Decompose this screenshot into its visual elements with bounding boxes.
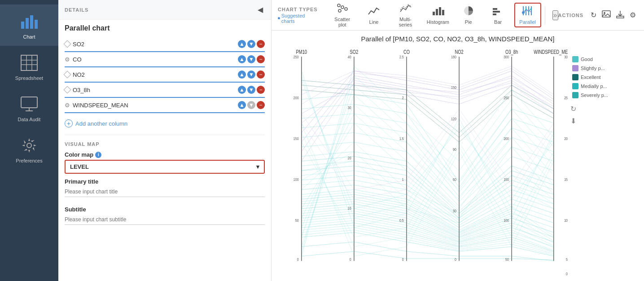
diamond-icon-so2 — [64, 40, 71, 48]
column-item-so2: SO2 ▲ ▼ − — [65, 37, 265, 52]
col-left-o3: O3_8h — [65, 87, 90, 93]
download-image-button[interactable] — [600, 9, 613, 22]
svg-text:200: 200 — [504, 136, 509, 141]
color-map-select[interactable]: LEVEL ▾ — [65, 160, 265, 174]
color-map-value: LEVEL — [70, 163, 89, 170]
col-up-co[interactable]: ▲ — [238, 55, 246, 63]
download-button[interactable] — [614, 9, 626, 22]
col-name-o3: O3_8h — [73, 87, 90, 93]
svg-point-16 — [337, 4, 340, 7]
svg-point-12 — [27, 143, 31, 148]
svg-text:25: 25 — [564, 95, 568, 100]
col-down-so2[interactable]: ▼ — [247, 40, 255, 48]
sidebar-item-spreadsheet[interactable]: Spreadsheet — [0, 46, 58, 87]
col-remove-no2[interactable]: − — [257, 70, 265, 79]
chart-types-label: CHART TYPES — [278, 7, 318, 12]
svg-text:WINDSPEED_MEAN: WINDSPEED_MEAN — [534, 48, 568, 55]
col-up-o3[interactable]: ▲ — [238, 86, 246, 94]
svg-rect-0 — [21, 22, 24, 29]
primary-title-input[interactable] — [65, 187, 265, 197]
primary-title-label: Primary title — [65, 178, 265, 185]
details-panel: DETAILS ◀ Parallel chart SO2 ▲ ▼ − ⚙ CO … — [58, 0, 272, 281]
line-label: Line — [369, 19, 379, 25]
col-up-so2[interactable]: ▲ — [238, 40, 246, 48]
sidebar-item-data-audit[interactable]: Data Audit — [0, 87, 58, 128]
col-actions-o3: ▲ ▼ − — [238, 86, 265, 94]
col-down-windspeed[interactable]: ▼ — [247, 101, 255, 109]
svg-text:5: 5 — [566, 257, 568, 262]
col-actions-no2: ▲ ▼ − — [238, 70, 265, 79]
chart-type-line[interactable]: Line — [360, 4, 387, 26]
sidebar-item-label-spreadsheet: Spreadsheet — [15, 75, 43, 81]
subtitle-input[interactable] — [65, 215, 265, 225]
scatter-icon — [336, 3, 349, 16]
toolbar-separator — [545, 6, 545, 24]
parallel-icon — [521, 5, 534, 18]
col-down-co[interactable]: ▼ — [247, 55, 255, 63]
svg-rect-1 — [26, 18, 29, 29]
svg-text:250: 250 — [294, 54, 299, 59]
sidebar-item-chart[interactable]: Chart — [0, 4, 58, 46]
svg-rect-9 — [21, 97, 37, 108]
svg-rect-30 — [602, 11, 610, 17]
settings-button[interactable]: ⚙ — [628, 9, 638, 21]
column-list: SO2 ▲ ▼ − ⚙ CO ▲ ▼ − NO2 — [58, 35, 271, 115]
svg-text:180: 180 — [451, 54, 456, 59]
scatter-label: Scatter plot — [332, 17, 353, 27]
svg-rect-24 — [493, 13, 496, 15]
chart-type-scatter[interactable]: Scatter plot — [327, 1, 358, 29]
svg-text:15: 15 — [564, 177, 568, 182]
chart-download-button[interactable]: ⬇ — [570, 117, 576, 125]
col-up-no2[interactable]: ▲ — [238, 70, 246, 79]
col-remove-windspeed[interactable]: − — [257, 101, 265, 109]
add-column-label: Add another column — [75, 120, 127, 127]
add-column-button[interactable]: + Add another column — [58, 115, 271, 132]
chart-type-multiseries[interactable]: Multi-series — [390, 1, 421, 29]
col-name-so2: SO2 — [73, 41, 84, 48]
svg-text:CO: CO — [403, 48, 410, 55]
plus-circle-icon: + — [65, 119, 73, 127]
chart-type-bar[interactable]: Bar — [485, 4, 512, 26]
chart-type-histogram[interactable]: Histogram — [424, 4, 452, 26]
chart-refresh-button[interactable]: ↻ — [570, 105, 576, 113]
diamond-icon-no2 — [64, 71, 71, 79]
refresh-button[interactable]: ↻ — [589, 9, 598, 21]
chart-type-parallel[interactable]: Parallel — [514, 3, 541, 27]
legend-label-excellent: Excellent — [581, 75, 601, 80]
axes-area: PM10 SO2 CO NO2 O3_8h WINDSPEED_MEAN 250… — [280, 47, 568, 275]
col-name-windspeed: WINDSPEED_MEAN — [73, 102, 128, 109]
col-down-no2[interactable]: ▼ — [247, 70, 255, 79]
chart-title: Parallel of [PM10, SO2, CO, NO2, O3_8h, … — [280, 35, 635, 43]
svg-text:2.5: 2.5 — [399, 54, 404, 59]
svg-point-13 — [338, 9, 341, 12]
svg-point-14 — [341, 6, 344, 9]
col-up-windspeed[interactable]: ▲ — [238, 101, 246, 109]
col-actions-windspeed: ▲ ▼ − — [238, 101, 265, 109]
col-remove-so2[interactable]: − — [257, 40, 265, 48]
sidebar-item-label-chart: Chart — [23, 34, 35, 40]
svg-text:1.5: 1.5 — [399, 136, 404, 141]
parallel-chart-container: PM10 SO2 CO NO2 O3_8h WINDSPEED_MEAN 250… — [280, 47, 635, 275]
multiseries-icon — [399, 3, 412, 16]
expand-icon[interactable]: » — [552, 10, 558, 20]
suggested-charts: Suggested charts — [278, 13, 318, 24]
details-header: DETAILS ◀ — [58, 0, 271, 20]
svg-text:50: 50 — [505, 257, 509, 262]
bar-icon — [492, 5, 504, 18]
svg-text:50: 50 — [295, 218, 299, 223]
chart-type-pie[interactable]: Pie — [455, 4, 482, 26]
sidebar-item-preferences[interactable]: Preferences — [0, 128, 58, 170]
col-actions-co: ▲ ▼ − — [238, 55, 265, 63]
color-map-label: Color map i — [58, 149, 271, 160]
legend-label-slightly: Slightly p... — [581, 66, 605, 71]
col-remove-co[interactable]: − — [257, 55, 265, 63]
col-remove-o3[interactable]: − — [257, 86, 265, 94]
multiseries-label: Multi-series — [394, 17, 416, 27]
col-down-o3[interactable]: ▼ — [247, 86, 255, 94]
main-content: CHART TYPES Suggested charts Scatter plo… — [272, 0, 644, 281]
svg-point-15 — [345, 8, 347, 10]
svg-text:PM10: PM10 — [296, 48, 307, 55]
collapse-panel-button[interactable]: ◀ — [256, 4, 265, 16]
svg-text:0: 0 — [566, 271, 568, 275]
histogram-label: Histogram — [427, 19, 449, 25]
